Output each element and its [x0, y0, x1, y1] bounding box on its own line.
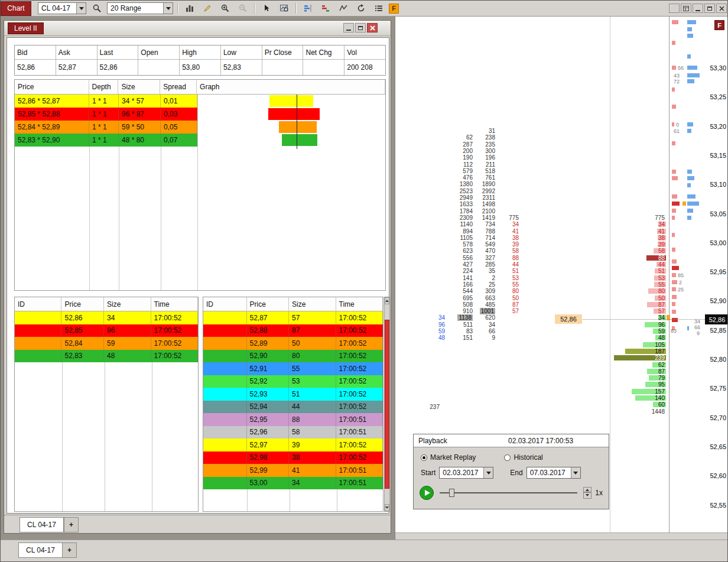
buy-volume-bar — [687, 209, 693, 213]
chart-f-badge[interactable]: F — [714, 20, 724, 30]
ts-cell: 17:00:51 — [336, 426, 383, 439]
end-label: End — [510, 469, 522, 477]
ts-cell: 52,83 — [61, 350, 104, 363]
dom-row[interactable]: 52,85 * 52,881 * 196 * 870,03 — [15, 108, 197, 121]
ask-volume-value: 34 — [658, 221, 665, 228]
price-axis-label: 53,30 — [710, 65, 726, 72]
quote-header-cell: Bid — [15, 46, 56, 60]
play-button[interactable] — [420, 486, 434, 500]
cursor-icon[interactable] — [259, 2, 274, 15]
ts-cell — [15, 311, 61, 324]
quote-value-cell — [138, 60, 180, 75]
bar-chart-icon[interactable] — [182, 2, 197, 15]
close-button[interactable] — [367, 23, 378, 33]
zoom-out-icon[interactable] — [235, 2, 250, 15]
buy-volume-bar — [687, 194, 696, 199]
level2-window-controls — [343, 23, 378, 33]
playback-datetime: 02.03.2017 17:00:53 — [508, 437, 573, 445]
profile-left-value: 166 — [463, 281, 473, 288]
spinner-down-icon[interactable] — [583, 492, 592, 499]
workspace-tab[interactable]: CL 04-17 — [18, 542, 63, 558]
scroll-up-arrow[interactable] — [385, 297, 389, 304]
chart-window-tab[interactable]: Chart — [1, 1, 31, 16]
time-sales-row: 52,925317:00:52 — [203, 375, 383, 388]
playback-title: Playback — [418, 437, 447, 445]
profile-right-value: 549 — [485, 241, 495, 248]
search-icon[interactable] — [89, 2, 104, 15]
time-sales-row: 52,994117:00:51 — [203, 464, 383, 477]
zoom-in-icon[interactable] — [217, 2, 232, 15]
dom-cell: 0,07 — [161, 134, 197, 147]
minimize-button[interactable] — [343, 23, 354, 33]
level2-titlebar[interactable]: Level II — [4, 21, 391, 36]
profile-right-value: 714 — [485, 235, 495, 241]
minimize-button[interactable] — [693, 4, 703, 13]
profile-left-value: 141 — [463, 275, 473, 281]
price-axis-label: 52,85 — [710, 327, 726, 334]
maximize-button[interactable] — [355, 23, 366, 33]
scroll-down-arrow[interactable] — [385, 504, 389, 511]
chart-horizontal-scrollbar[interactable] — [395, 532, 728, 540]
speed-spinner[interactable] — [583, 487, 592, 499]
range-select[interactable]: 20 Range — [107, 2, 173, 14]
dom-row[interactable]: 52,86 * 52,871 * 134 * 570,01 — [15, 95, 197, 108]
historical-label: Historical — [514, 453, 542, 462]
dom-row[interactable]: 52,84 * 52,891 * 159 * 500,05 — [15, 121, 197, 134]
pencil-icon[interactable] — [200, 2, 214, 15]
dom-row[interactable]: 52,83 * 52,901 * 148 * 800,07 — [15, 134, 197, 147]
chart-inspect-icon[interactable] — [277, 2, 291, 15]
scrollbar-thumb[interactable] — [385, 320, 389, 489]
extra-button[interactable] — [669, 4, 680, 13]
close-icon — [719, 6, 724, 11]
f-badge[interactable]: F — [389, 4, 399, 14]
historical-radio[interactable]: Historical — [504, 453, 542, 462]
instrument-select[interactable]: CL 04-17 — [38, 2, 86, 14]
slider-thumb[interactable] — [449, 489, 454, 497]
price-axis-label: 52,95 — [710, 269, 726, 275]
sell-volume-bar — [672, 259, 677, 264]
vertical-scrollbar[interactable] — [384, 297, 390, 512]
ts-cell — [203, 451, 247, 464]
ask-size-value: 34 — [512, 221, 519, 228]
ask-volume-value: 44 — [658, 261, 665, 268]
ask-volume-value: 53 — [658, 275, 665, 281]
buy-volume-bar — [687, 54, 691, 59]
restore-button[interactable] — [704, 4, 715, 13]
current-price-line — [583, 319, 705, 320]
dom-cell: 0,05 — [161, 121, 197, 134]
instrument-tab[interactable]: CL 04-17 — [20, 517, 64, 532]
radio-icon — [504, 454, 511, 461]
end-date-select[interactable]: 07.03.2017 — [526, 467, 581, 479]
market-depth-icon[interactable] — [300, 2, 315, 15]
quote-table: BidAskLastOpenHighLowPr CloseNet ChgVol … — [14, 45, 386, 76]
position-slider[interactable] — [440, 488, 577, 498]
price-axis-label: 53,15 — [710, 152, 726, 159]
quote-value-cell: 200 208 — [344, 60, 385, 75]
reload-icon[interactable] — [353, 2, 368, 15]
ts-cell: 17:00:52 — [151, 324, 198, 337]
profile-left-value: 287 — [463, 141, 473, 148]
application-window: Chart CL 04-17 20 Range — [0, 0, 728, 562]
add-tab-button[interactable]: + — [64, 517, 79, 532]
start-date-select[interactable]: 02.03.2017 — [439, 467, 493, 479]
profile-right-value: 485 — [485, 301, 495, 308]
price-axis-label: 53,05 — [710, 211, 726, 217]
profile-left-value: 1105 — [460, 235, 473, 241]
workspace-add-tab[interactable]: + — [62, 542, 77, 558]
ask-size-value: 57 — [512, 308, 519, 314]
footprint-icon[interactable] — [318, 2, 333, 15]
ts-cell: 80 — [289, 350, 336, 363]
layout-icon[interactable] — [681, 4, 691, 13]
ask-size-value: 88 — [512, 255, 519, 261]
ts-cell: 17:00:52 — [151, 337, 198, 350]
close-button[interactable] — [716, 4, 727, 13]
zigzag-icon[interactable] — [336, 2, 350, 15]
bid-size-value: 48 — [438, 334, 445, 341]
list-icon[interactable] — [371, 2, 386, 15]
spinner-up-icon[interactable] — [583, 487, 592, 492]
dom-cell: 1 * 1 — [89, 108, 119, 121]
ask-size-value: 50 — [512, 295, 519, 301]
time-sales-row: 53,003417:00:51 — [203, 477, 383, 490]
market-replay-radio[interactable]: Market Replay — [421, 453, 476, 462]
volume-count-label: 34 — [694, 319, 700, 324]
